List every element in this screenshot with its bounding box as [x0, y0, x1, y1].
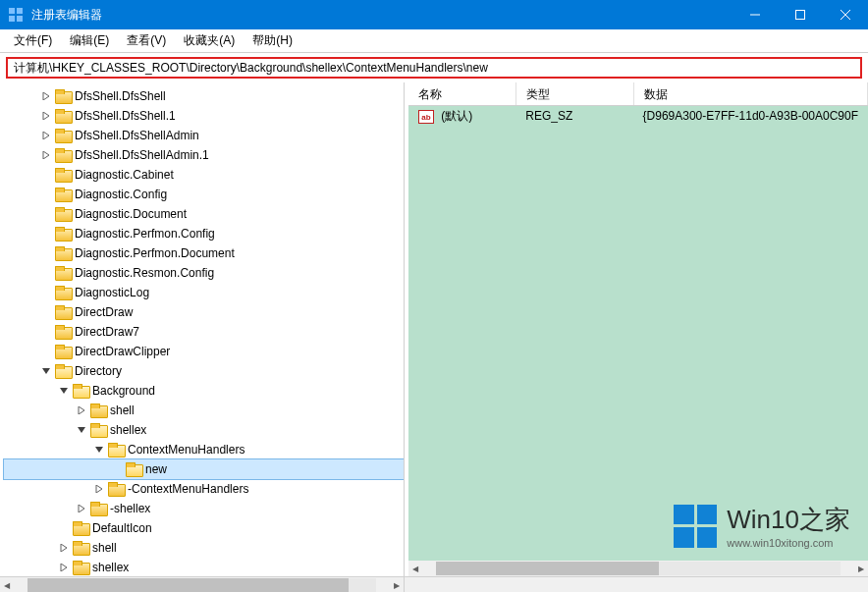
- value-name-cell: ab (默认): [408, 106, 515, 127]
- tree-hscrollbar[interactable]: ◀ ▶: [0, 577, 404, 592]
- collapse-icon[interactable]: [75, 423, 88, 437]
- scroll-track[interactable]: [436, 562, 841, 575]
- expand-icon[interactable]: [92, 482, 106, 496]
- scroll-thumb[interactable]: [436, 562, 659, 575]
- tree-node[interactable]: DefaultIcon: [4, 518, 404, 538]
- value-row[interactable]: ab (默认) REG_SZ {D969A300-E7FF-11d0-A93B-…: [408, 106, 868, 126]
- tree-node[interactable]: Directory: [4, 361, 404, 381]
- scroll-left-icon[interactable]: ◀: [408, 562, 422, 575]
- close-button[interactable]: [823, 0, 868, 29]
- tree-node[interactable]: Background: [4, 381, 404, 401]
- tree-node[interactable]: DfsShell.DfsShellAdmin: [4, 126, 404, 145]
- tree-node[interactable]: shellex: [4, 558, 404, 576]
- tree-node[interactable]: Diagnostic.Config: [4, 185, 404, 204]
- menu-edit[interactable]: 编辑(E): [62, 29, 117, 52]
- minimize-button[interactable]: [732, 0, 778, 29]
- folder-icon: [108, 482, 124, 496]
- statusbar: ◀ ▶: [0, 576, 868, 592]
- folder-icon: [55, 109, 71, 123]
- scroll-left-icon[interactable]: ◀: [0, 578, 14, 592]
- tree-node-label: Diagnostic.Config: [75, 188, 167, 201]
- folder-icon: [73, 384, 88, 398]
- menu-help[interactable]: 帮助(H): [244, 29, 300, 52]
- tree-node[interactable]: ContextMenuHandlers: [4, 440, 404, 459]
- folder-icon: [73, 561, 88, 574]
- values-pane[interactable]: 名称 类型 数据 ab (默认) REG_SZ {D969A300-E7FF-1…: [408, 82, 868, 576]
- list-hscrollbar[interactable]: ◀ ▶: [408, 561, 868, 576]
- expand-icon[interactable]: [75, 404, 88, 417]
- expand-icon[interactable]: [39, 148, 53, 162]
- tree-node[interactable]: DirectDraw7: [4, 322, 404, 342]
- tree-node-label: Diagnostic.Document: [75, 207, 187, 221]
- collapse-icon[interactable]: [57, 384, 71, 398]
- scroll-track[interactable]: [27, 578, 376, 592]
- tree-node-label: DirectDraw7: [75, 325, 139, 339]
- expand-icon[interactable]: [75, 502, 88, 515]
- tree-node[interactable]: Diagnostic.Resmon.Config: [4, 263, 404, 283]
- tree-node[interactable]: new: [4, 459, 404, 479]
- tree-node-label: DfsShell.DfsShell: [75, 89, 166, 103]
- expand-icon[interactable]: [39, 109, 53, 123]
- tree-node-label: shellex: [110, 423, 146, 437]
- folder-icon: [55, 364, 71, 378]
- addressbar[interactable]: [6, 57, 862, 79]
- tree-node[interactable]: DfsShell.DfsShell.1: [4, 106, 404, 126]
- folder-icon: [55, 207, 71, 221]
- folder-icon: [126, 462, 141, 476]
- watermark-url: www.win10xitong.com: [727, 537, 850, 549]
- folder-icon: [90, 502, 106, 515]
- menu-file[interactable]: 文件(F): [6, 29, 60, 52]
- tree-node-label: DefaultIcon: [92, 521, 152, 535]
- maximize-button[interactable]: [778, 0, 823, 29]
- tree-node[interactable]: DiagnosticLog: [4, 283, 404, 302]
- menu-view[interactable]: 查看(V): [119, 29, 174, 52]
- collapse-icon[interactable]: [92, 443, 106, 457]
- col-data[interactable]: 数据: [634, 82, 868, 105]
- tree-node-label: -ContextMenuHandlers: [128, 482, 248, 496]
- tree-node-label: Diagnostic.Perfmon.Config: [75, 227, 215, 241]
- col-name[interactable]: 名称: [408, 82, 516, 105]
- expand-icon[interactable]: [57, 561, 71, 574]
- scroll-right-icon[interactable]: ▶: [390, 578, 404, 592]
- scroll-right-icon[interactable]: ▶: [854, 562, 868, 575]
- address-input[interactable]: [14, 61, 854, 75]
- tree-node[interactable]: -shellex: [4, 499, 404, 518]
- tree-node[interactable]: shellex: [4, 420, 404, 440]
- folder-icon: [90, 423, 106, 437]
- values-body: ab (默认) REG_SZ {D969A300-E7FF-11d0-A93B-…: [408, 106, 868, 126]
- svg-rect-1: [17, 8, 23, 14]
- tree-node[interactable]: DfsShell.DfsShell: [4, 86, 404, 106]
- tree-pane[interactable]: DfsShell.DfsShellDfsShell.DfsShell.1DfsS…: [0, 82, 405, 576]
- menu-favorites[interactable]: 收藏夹(A): [176, 29, 243, 52]
- tree-node-label: Diagnostic.Perfmon.Document: [75, 246, 235, 260]
- tree-node[interactable]: DfsShell.DfsShellAdmin.1: [4, 145, 404, 165]
- titlebar: 注册表编辑器: [0, 0, 868, 29]
- tree-node[interactable]: Diagnostic.Perfmon.Document: [4, 243, 404, 263]
- expand-icon[interactable]: [39, 89, 53, 103]
- col-type[interactable]: 类型: [516, 82, 634, 105]
- svg-rect-3: [17, 16, 23, 22]
- folder-icon: [55, 148, 71, 162]
- tree-node[interactable]: DirectDraw: [4, 302, 404, 322]
- tree-node[interactable]: Diagnostic.Perfmon.Config: [4, 224, 404, 243]
- registry-tree: DfsShell.DfsShellDfsShell.DfsShell.1DfsS…: [4, 86, 404, 576]
- tree-node-label: DfsShell.DfsShellAdmin: [75, 129, 199, 142]
- tree-node[interactable]: -ContextMenuHandlers: [4, 479, 404, 499]
- watermark: Win10之家 www.win10xitong.com: [674, 503, 850, 549]
- tree-node-label: -shellex: [110, 502, 150, 515]
- tree-node-label: Directory: [75, 364, 122, 378]
- tree-node[interactable]: DirectDrawClipper: [4, 342, 404, 361]
- scroll-thumb[interactable]: [27, 578, 349, 592]
- watermark-text: Win10之家: [727, 503, 850, 537]
- collapse-icon[interactable]: [39, 364, 53, 378]
- svg-rect-5: [796, 11, 805, 20]
- tree-node[interactable]: shell: [4, 401, 404, 420]
- folder-icon: [73, 541, 88, 555]
- expand-icon[interactable]: [39, 129, 53, 142]
- tree-node[interactable]: Diagnostic.Cabinet: [4, 165, 404, 185]
- folder-icon: [55, 345, 71, 358]
- tree-node[interactable]: shell: [4, 538, 404, 558]
- value-data: {D969A300-E7FF-11d0-A93B-00A0C90F: [633, 107, 868, 125]
- expand-icon[interactable]: [57, 541, 71, 555]
- tree-node[interactable]: Diagnostic.Document: [4, 204, 404, 224]
